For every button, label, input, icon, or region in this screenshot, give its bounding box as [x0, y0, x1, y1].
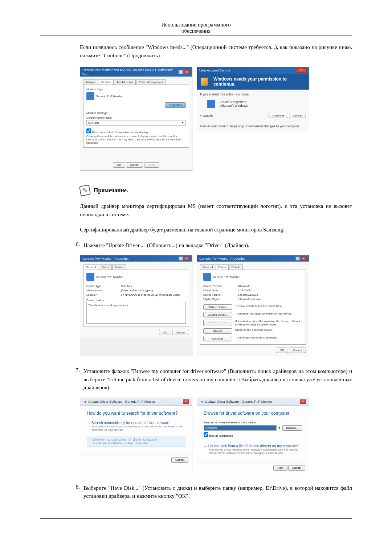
search-label: Search for driver software in this locat… [204, 421, 302, 424]
cancel-button[interactable]: Cancel [289, 113, 306, 118]
monitor-icon [86, 273, 94, 281]
continue-button[interactable]: Continue [269, 113, 288, 118]
step-num: 8. [70, 484, 80, 500]
wiz-heading: Browse for driver software on your compu… [204, 411, 302, 416]
close-button[interactable]: ✕ [296, 68, 307, 73]
intro-paragraph: Если появилось сообщение "Windows needs.… [80, 43, 352, 59]
screenshot-row-3: ◄ Update Driver Software - Generic PnP M… [80, 398, 352, 473]
note-p1: Данный драйвер монитора сертифицирован M… [80, 202, 352, 218]
uac-item-title: Device Properties [220, 100, 248, 104]
rollback-driver-button[interactable]: Roll Back Driver [203, 320, 232, 326]
device-status-box: This device is working properly. [86, 302, 186, 324]
properties-button[interactable]: Properties [165, 102, 186, 108]
minimize-button[interactable]: _ [295, 257, 300, 260]
refresh-rate-select[interactable]: 60 Hertz [86, 120, 186, 126]
monitor-name: Generic PnP Monitor [96, 95, 123, 98]
device-icon [207, 100, 215, 108]
close-button[interactable]: ✕ [184, 257, 190, 260]
tab-general[interactable]: General [83, 264, 98, 270]
note-p2: Сертифицированный драйвер будет размещен… [80, 226, 352, 234]
step-7: 7. Установите флажок "Browse my computer… [40, 367, 352, 392]
update-driver-wizard-1: ◄ Update Driver Software - Generic PnP M… [80, 398, 192, 473]
monitor-icon [203, 273, 211, 281]
tab-details[interactable]: Details [112, 264, 126, 270]
step-8: 8. Выберите "Have Disk..." (Установить с… [40, 484, 352, 500]
tab-driver[interactable]: Driver [99, 264, 111, 270]
cancel-button[interactable]: Cancel [172, 330, 189, 335]
driver-details-button[interactable]: Driver Details [203, 304, 232, 310]
win-title: Generic PnP Monitor and NVIDIA GeForce 6… [82, 68, 179, 75]
ok-button[interactable]: OK [113, 162, 125, 168]
uac-details-link[interactable]: ▾ Details [200, 114, 213, 118]
apply-button[interactable]: Apply [144, 162, 159, 168]
screenshot-row-1: Generic PnP Monitor and NVIDIA GeForce 6… [80, 67, 352, 171]
tabs: Adapter Monitor Troubleshoot Color Manag… [83, 79, 189, 85]
back-icon[interactable]: ◄ [200, 400, 203, 403]
close-button[interactable]: ✕ [300, 399, 306, 404]
wiz-crumb: Update Driver Software - Generic PnP Mon… [205, 400, 272, 403]
tab-adapter[interactable]: Adapter [83, 79, 98, 85]
minimize-button[interactable]: _ [179, 70, 183, 74]
hide-modes-note: Clearing this check box allows you to se… [86, 135, 186, 144]
titlebar: Generic PnP Monitor Properties _✕ [197, 255, 309, 262]
tab-monitor[interactable]: Monitor [99, 79, 114, 85]
tab-details[interactable]: Details [229, 264, 243, 270]
note-header: ✎ Примечание. [80, 185, 352, 196]
tab-troubleshoot[interactable]: Troubleshoot [114, 79, 136, 85]
uac-title: User Account Control [199, 69, 230, 72]
hide-modes-checkbox[interactable] [86, 128, 91, 133]
tab-driver[interactable]: Driver [216, 264, 228, 270]
cancel-button[interactable]: Cancel [289, 348, 306, 353]
titlebar: Generic PnP Monitor Properties _✕ [80, 255, 192, 262]
screenshot-row-2: Generic PnP Monitor Properties _✕ Genera… [80, 255, 352, 356]
close-button[interactable]: ✕ [184, 70, 190, 74]
tab-colormgmt[interactable]: Color Management [136, 79, 166, 85]
next-button[interactable]: Next [273, 465, 287, 471]
note-heading: Примечание. [94, 187, 128, 194]
wiz-heading: How do you want to search for driver sof… [87, 411, 185, 416]
step-num: 6. [70, 241, 80, 250]
back-icon[interactable]: ◄ [83, 400, 86, 403]
monitor-properties-window: Generic PnP Monitor and NVIDIA GeForce 6… [80, 67, 192, 171]
header-line2: обеспечения [181, 28, 211, 34]
monitor-type-label: Monitor Type [86, 88, 186, 91]
refresh-rate-label: Screen refresh rate: [86, 116, 186, 119]
monitor-settings-label: Monitor Settings [86, 111, 186, 115]
chevron-down-icon: ▾ [200, 114, 202, 118]
cancel-button[interactable]: Cancel [171, 457, 188, 463]
chevron-down-icon[interactable]: ▾ [279, 426, 280, 430]
wiz-option-pick[interactable]: Let me pick from a list of device driver… [204, 444, 302, 455]
footer-rule [40, 518, 352, 519]
include-subfolders-checkbox[interactable] [204, 432, 208, 437]
close-button[interactable]: ✕ [183, 399, 189, 404]
pencil-icon: ✎ [79, 185, 91, 196]
win-title: Generic PnP Monitor Properties [199, 257, 245, 260]
wiz-crumb: Update Driver Software - Generic PnP Mon… [88, 400, 155, 403]
uninstall-button[interactable]: Uninstall [203, 336, 232, 341]
browse-button[interactable]: Browse... [282, 425, 302, 431]
minimize-button[interactable]: _ [179, 257, 183, 260]
disable-button[interactable]: Disable [203, 328, 232, 334]
cancel-button[interactable]: Cancel [288, 465, 305, 471]
uac-helps: User Account Control helps stop unauthor… [200, 122, 306, 128]
titlebar: Generic PnP Monitor and NVIDIA GeForce 6… [80, 67, 192, 77]
device-name: Generic PnP Monitor [96, 275, 123, 279]
ok-button[interactable]: OK [276, 348, 288, 353]
wiz-option-browse[interactable]: Browse my computer for driver software L… [87, 436, 185, 447]
step-text: Выберите "Have Disk..." (Установить с ди… [83, 484, 352, 500]
wiz-option-auto[interactable]: Search automatically for updated driver … [87, 421, 185, 431]
cancel-button[interactable]: Cancel [126, 162, 143, 168]
shield-icon [201, 78, 208, 86]
uac-banner: Windows needs your permission to contion… [197, 74, 309, 90]
tab-general[interactable]: General [200, 264, 215, 270]
uac-window: User Account Control ✕ Windows needs you… [197, 67, 309, 131]
update-driver-wizard-2: ◄ Update Driver Software - Generic PnP M… [197, 398, 309, 473]
step-text: Установите флажок "Browse my computer fo… [83, 367, 352, 392]
ok-button[interactable]: OK [159, 330, 171, 335]
close-button[interactable]: ✕ [301, 257, 307, 260]
header-line1: Использование программного [161, 22, 231, 28]
path-input[interactable]: C:\Users [204, 425, 277, 431]
monitor-icon [86, 92, 94, 100]
update-driver-button[interactable]: Update Driver... [203, 312, 232, 317]
step-6: 6. Нажмите "Update Driver..." (Обновить.… [40, 241, 352, 250]
